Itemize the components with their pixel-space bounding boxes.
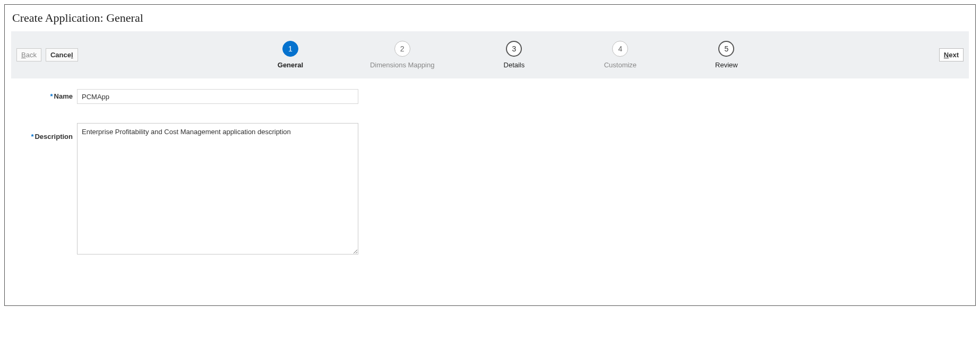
next-button[interactable]: Next [939,48,964,62]
step-circle: 4 [612,41,628,57]
step-label: Details [504,61,525,69]
wizard-steps: 1 General 2 Dimensions Mapping 3 Details… [78,41,939,69]
name-label: Name [54,92,73,100]
cancel-button[interactable]: Cancel [46,48,78,62]
name-label-cell: *Name [16,89,77,100]
step-label: Dimensions Mapping [370,61,434,69]
form-row-description: *Description [16,123,964,255]
wizard-nav-left: Back Cancel [16,48,78,62]
step-circle: 1 [282,41,298,57]
description-label: Description [35,133,73,141]
step-circle: 3 [506,41,522,57]
step-dimensions-mapping[interactable]: 2 Dimensions Mapping [370,41,434,69]
page-container: Create Application: General Back Cancel … [4,4,976,306]
step-circle: 5 [718,41,734,57]
description-label-cell: *Description [16,123,77,141]
step-label: Review [715,61,738,69]
page-title: Create Application: General [12,11,969,25]
required-marker: * [50,92,53,100]
step-circle: 2 [394,41,410,57]
wizard-bar: Back Cancel 1 General 2 Dimensions Mappi… [11,31,969,78]
step-general[interactable]: 1 General [264,41,317,69]
back-button[interactable]: Back [16,48,41,62]
description-textarea[interactable] [77,123,358,255]
step-label: Customize [604,61,637,69]
required-marker: * [31,133,33,141]
step-label: General [278,61,303,69]
step-review[interactable]: 5 Review [700,41,753,69]
form-area: *Name *Description [11,78,969,284]
name-input[interactable] [77,89,358,104]
form-row-name: *Name [16,89,964,104]
step-details[interactable]: 3 Details [487,41,540,69]
step-customize[interactable]: 4 Customize [594,41,647,69]
wizard-nav-right: Next [939,48,964,62]
